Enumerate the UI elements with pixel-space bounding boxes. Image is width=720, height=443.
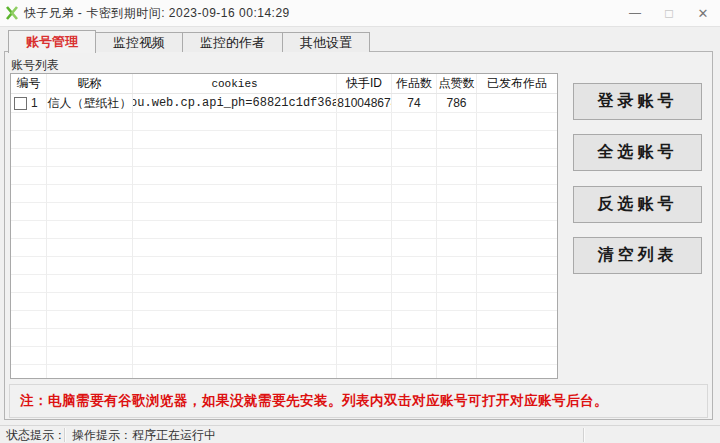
close-icon[interactable]: ✕: [686, 0, 720, 26]
column-header-published-works[interactable]: 已发布作品: [477, 74, 557, 93]
table-empty-area: [11, 113, 557, 379]
status-operation-message: 操作提示：程序正在运行中: [66, 427, 583, 443]
row-works-count: 74: [392, 94, 437, 112]
note-text: 注：电脑需要有谷歌浏览器，如果没就需要先安装。列表内双击对应账号可打开对应账号后…: [10, 392, 608, 410]
account-management-page: 账号列表 编号 昵称 cookies 快手ID 作品数 点赞数 已发布作品 1 …: [4, 51, 713, 420]
row-cookies: kuaishou.web.cp.api_ph=68821c1df36a7d7..…: [133, 94, 337, 112]
clear-list-button[interactable]: 清空列表: [573, 237, 702, 274]
column-header-works-count[interactable]: 作品数: [392, 74, 437, 93]
table-row[interactable]: 1 信人（壁纸社） kuaishou.web.cp.api_ph=68821c1…: [11, 94, 557, 113]
row-id-cell: 1: [11, 94, 47, 112]
note-panel: 注：电脑需要有谷歌浏览器，如果没就需要先安装。列表内双击对应账号可打开对应账号后…: [9, 384, 708, 418]
minimize-icon[interactable]: —: [618, 0, 652, 26]
row-published-works: [477, 94, 557, 112]
row-kuaishou-id: 1810048674: [337, 94, 392, 112]
tab-strip: 账号管理 监控视频 监控的作者 其他设置: [8, 29, 370, 52]
row-id: 1: [31, 96, 38, 110]
window-title: 快子兄弟 - 卡密到期时间: 2023-09-16 00:14:29: [24, 5, 290, 22]
login-account-button[interactable]: 登录账号: [573, 83, 702, 120]
account-table: 编号 昵称 cookies 快手ID 作品数 点赞数 已发布作品 1 信人（壁纸…: [10, 73, 558, 379]
table-header-row: 编号 昵称 cookies 快手ID 作品数 点赞数 已发布作品: [11, 74, 557, 94]
status-bar: 状态提示： 操作提示：程序正在运行中: [0, 425, 720, 443]
title-bar: 快子兄弟 - 卡密到期时间: 2023-09-16 00:14:29 — ◻ ✕: [0, 0, 720, 27]
row-nickname: 信人（壁纸社）: [47, 94, 133, 112]
column-header-nickname[interactable]: 昵称: [47, 74, 133, 93]
app-icon: [5, 6, 19, 20]
row-checkbox[interactable]: [14, 97, 27, 110]
tab-monitored-authors[interactable]: 监控的作者: [182, 32, 283, 52]
invert-selection-button[interactable]: 反选账号: [573, 186, 702, 223]
column-header-id[interactable]: 编号: [11, 74, 47, 93]
tab-monitor-video[interactable]: 监控视频: [95, 32, 183, 52]
status-state-label: 状态提示：: [0, 427, 64, 443]
statusbar-separator: [583, 428, 585, 442]
select-all-accounts-button[interactable]: 全选账号: [573, 134, 702, 171]
row-likes-count: 786: [437, 94, 477, 112]
column-header-likes-count[interactable]: 点赞数: [437, 74, 477, 93]
tab-other-settings[interactable]: 其他设置: [282, 32, 370, 52]
column-header-cookies[interactable]: cookies: [133, 74, 337, 93]
tab-account-management[interactable]: 账号管理: [8, 30, 96, 53]
maximize-icon[interactable]: ◻: [652, 0, 686, 26]
window-controls: — ◻ ✕: [618, 0, 720, 26]
account-list-label: 账号列表: [11, 57, 59, 74]
column-header-kuaishou-id[interactable]: 快手ID: [337, 74, 392, 93]
